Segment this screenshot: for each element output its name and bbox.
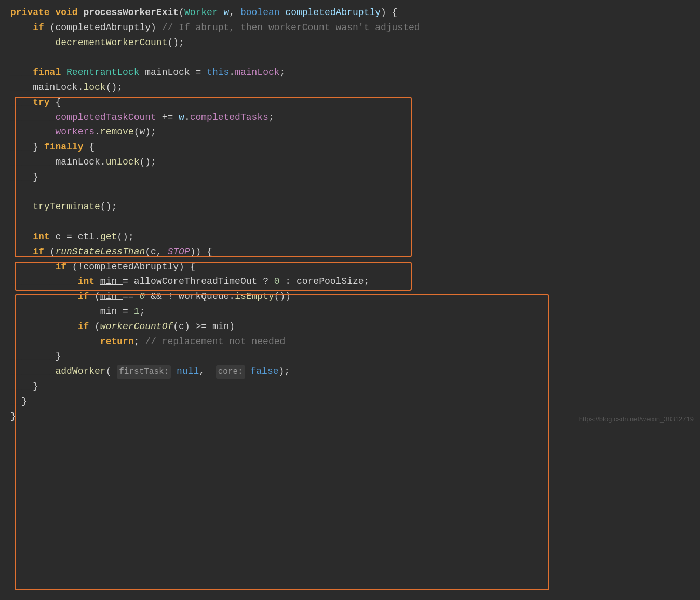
- hint-core: core:: [216, 365, 245, 379]
- code-line: ________addWorker( firstTask: null, core…: [10, 364, 690, 379]
- field: completedTasks: [190, 112, 268, 122]
- type: Worker: [184, 7, 224, 18]
- number: 0: [139, 291, 145, 302]
- param: w: [179, 112, 184, 122]
- param: w: [224, 7, 230, 18]
- keyword: if: [33, 22, 49, 33]
- keyword: final: [33, 67, 66, 77]
- var: min: [100, 306, 123, 317]
- code-line: ____tryTerminate();: [10, 199, 690, 214]
- code-line: ________decrementWorkerCount();: [10, 35, 690, 50]
- comment: // If abrupt, then workerCount wasn't ad…: [162, 22, 420, 33]
- keyword: int: [33, 231, 55, 242]
- var: workQueue: [179, 291, 229, 302]
- constant: STOP: [167, 247, 190, 257]
- keyword-finally: finally: [44, 142, 89, 152]
- type: ReentrantLock: [66, 67, 145, 77]
- keyword: boolean: [240, 7, 285, 18]
- var: allowCoreThreadTimeOut: [134, 276, 263, 287]
- keyword: return: [100, 336, 134, 347]
- code-line: ____}: [10, 170, 690, 185]
- comment: // replacement not needed: [145, 336, 285, 347]
- var: mainLock: [33, 82, 77, 92]
- method: workerCountOf: [100, 321, 173, 332]
- code-line: ________________min = 1;: [10, 304, 690, 319]
- method: unlock: [106, 157, 140, 167]
- method-name: processWorkerExit: [83, 7, 179, 18]
- keyword: if: [78, 291, 95, 302]
- keyword-false: false: [245, 366, 279, 376]
- hint-firsttask: firstTask:: [117, 365, 171, 379]
- keyword: int: [78, 276, 100, 287]
- method: runStateLessThan: [55, 247, 145, 257]
- code-line: ________completedTaskCount += w.complete…: [10, 110, 690, 125]
- keyword: private: [10, 7, 55, 18]
- var: mainLock: [145, 67, 190, 77]
- code-line: ____} finally {: [10, 140, 690, 155]
- keyword: void: [55, 7, 83, 18]
- var: min: [100, 291, 123, 302]
- code-line: ________workers.remove(w);: [10, 125, 690, 140]
- code-line: ________________return; // replacement n…: [10, 334, 690, 349]
- code-line: [10, 50, 690, 65]
- code-line: ________if (!completedAbruptly) {: [10, 260, 690, 275]
- code-line: ________mainLock.unlock();: [10, 155, 690, 170]
- code-line: ____________if (workerCountOf(c) >= min): [10, 319, 690, 334]
- method: isEmpty: [235, 291, 274, 302]
- method: remove: [100, 127, 134, 137]
- code-line: ________}: [10, 349, 690, 364]
- method: addWorker: [55, 366, 105, 376]
- code-line: [10, 214, 690, 229]
- method: lock: [83, 82, 105, 92]
- var: corePoolSize: [297, 276, 364, 287]
- code-line: ____________if (min == 0 && ! workQueue.…: [10, 289, 690, 304]
- keyword: if: [78, 321, 95, 332]
- code-line: __}: [10, 394, 690, 409]
- keyword: try: [33, 97, 55, 107]
- method: tryTerminate: [33, 201, 100, 212]
- code-line: ____if (completedAbruptly) // If abrupt,…: [10, 20, 690, 35]
- keyword: if: [33, 247, 49, 257]
- code-container: private void processWorkerExit(Worker w,…: [0, 0, 700, 429]
- code-line: ____________int min = allowCoreThreadTim…: [10, 274, 690, 289]
- code-line: ____if (runStateLessThan(c, STOP)) {: [10, 244, 690, 260]
- var: min: [100, 276, 123, 287]
- code-line: private void processWorkerExit(Worker w,…: [10, 5, 690, 20]
- keyword-null: null: [171, 366, 199, 376]
- number: 0: [274, 276, 280, 287]
- code-line: [10, 185, 690, 200]
- field: mainLock: [235, 67, 279, 77]
- method: get: [100, 231, 117, 242]
- code-line: ____try {: [10, 95, 690, 110]
- var: ctl: [78, 231, 95, 242]
- var: mainLock: [55, 157, 100, 167]
- field: completedTaskCount: [55, 112, 161, 122]
- var: c: [55, 231, 66, 242]
- keyword: if: [55, 262, 72, 272]
- code-line: ____final ReentrantLock mainLock = this.…: [10, 65, 690, 80]
- code-line: ____}: [10, 379, 690, 394]
- keyword-this: this: [207, 67, 229, 77]
- param: completedAbruptly: [285, 7, 381, 18]
- method: decrementWorkerCount: [55, 37, 167, 48]
- code-line: ____int c = ctl.get();: [10, 229, 690, 244]
- code-line: ____mainLock.lock();: [10, 80, 690, 95]
- field: workers: [55, 127, 95, 137]
- watermark: https://blog.csdn.net/weixin_38312719: [579, 414, 694, 425]
- var: min: [212, 321, 229, 332]
- number: 1: [134, 306, 140, 317]
